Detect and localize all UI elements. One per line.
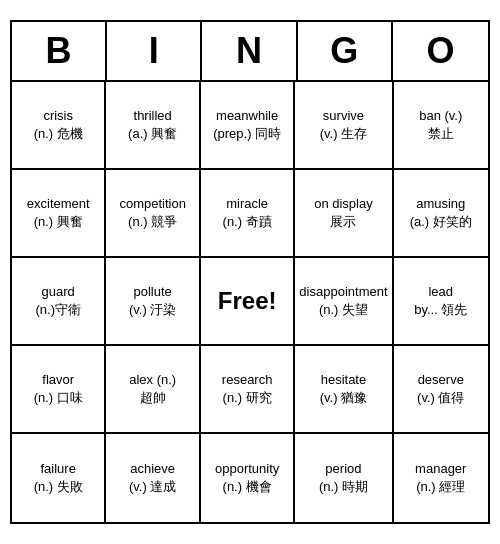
bingo-cell-11[interactable]: pollute(v.) 汙染	[106, 258, 200, 346]
bingo-cell-18[interactable]: hesitate(v.) 猶豫	[295, 346, 393, 434]
bingo-cell-6[interactable]: competition(n.) 競爭	[106, 170, 200, 258]
bingo-cell-3[interactable]: survive(v.) 生存	[295, 82, 393, 170]
bingo-cell-17[interactable]: research(n.) 研究	[201, 346, 295, 434]
bingo-cell-16[interactable]: alex (n.)超帥	[106, 346, 200, 434]
free-cell[interactable]: Free!	[201, 258, 295, 346]
bingo-cell-4[interactable]: ban (v.)禁止	[394, 82, 488, 170]
bingo-cell-13[interactable]: disappointment(n.) 失望	[295, 258, 393, 346]
bingo-cell-15[interactable]: flavor(n.) 口味	[12, 346, 106, 434]
bingo-cell-10[interactable]: guard(n.)守衛	[12, 258, 106, 346]
bingo-cell-19[interactable]: deserve(v.) 值得	[394, 346, 488, 434]
bingo-grid: crisis(n.) 危機thrilled(a.) 興奮meanwhile(pr…	[12, 82, 488, 522]
bingo-card: BINGO crisis(n.) 危機thrilled(a.) 興奮meanwh…	[10, 20, 490, 524]
bingo-cell-5[interactable]: excitement(n.) 興奮	[12, 170, 106, 258]
bingo-cell-9[interactable]: amusing(a.) 好笑的	[394, 170, 488, 258]
header-letter-g: G	[298, 22, 393, 80]
header-letter-i: I	[107, 22, 202, 80]
bingo-header: BINGO	[12, 22, 488, 82]
bingo-cell-22[interactable]: opportunity(n.) 機會	[201, 434, 295, 522]
bingo-cell-7[interactable]: miracle(n.) 奇蹟	[201, 170, 295, 258]
header-letter-o: O	[393, 22, 488, 80]
header-letter-b: B	[12, 22, 107, 80]
bingo-cell-0[interactable]: crisis(n.) 危機	[12, 82, 106, 170]
bingo-cell-21[interactable]: achieve(v.) 達成	[106, 434, 200, 522]
bingo-cell-23[interactable]: period(n.) 時期	[295, 434, 393, 522]
bingo-cell-14[interactable]: leadby... 領先	[394, 258, 488, 346]
bingo-cell-20[interactable]: failure(n.) 失敗	[12, 434, 106, 522]
bingo-cell-8[interactable]: on display展示	[295, 170, 393, 258]
bingo-cell-1[interactable]: thrilled(a.) 興奮	[106, 82, 200, 170]
bingo-cell-2[interactable]: meanwhile(prep.) 同時	[201, 82, 295, 170]
bingo-cell-24[interactable]: manager(n.) 經理	[394, 434, 488, 522]
header-letter-n: N	[202, 22, 297, 80]
